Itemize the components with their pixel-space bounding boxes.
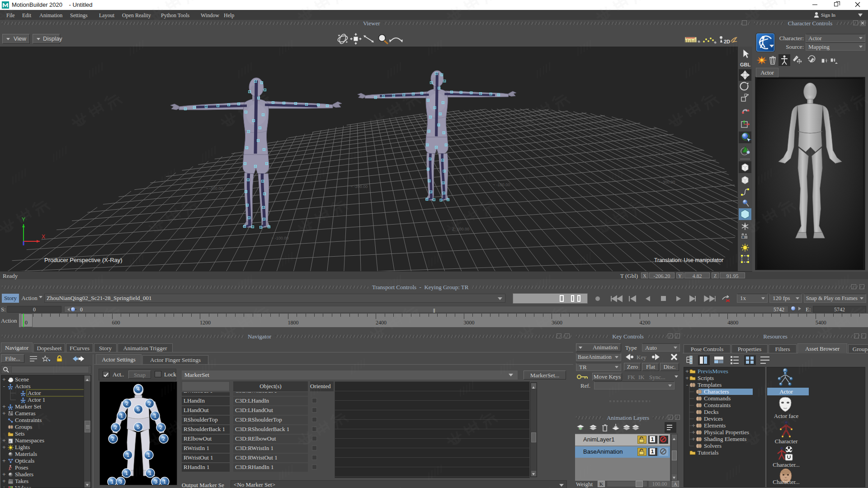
svg-text:Actor face: Actor face — [774, 413, 799, 419]
svg-text:1: 1 — [125, 470, 128, 476]
svg-text:1: 1 — [163, 479, 166, 484]
svg-text:1: 1 — [120, 413, 123, 418]
svg-text:2: 2 — [148, 401, 151, 406]
svg-text:3: 3 — [119, 479, 122, 484]
svg-text:Shaders: Shaders — [15, 471, 33, 478]
svg-text:Solvers: Solvers — [704, 442, 722, 449]
svg-text:Producer Perspective (X-Ray): Producer Perspective (X-Ray) — [44, 257, 123, 263]
svg-text:Translation: Use manipulator: Translation: Use manipulator — [654, 257, 723, 263]
svg-text:PrevisMoves: PrevisMoves — [698, 368, 728, 375]
svg-text:+: + — [685, 368, 689, 375]
svg-text:4: 4 — [137, 386, 140, 392]
svg-text:-: - — [685, 382, 689, 389]
svg-text:~ -100.00: ~ -100.00 — [271, 236, 288, 240]
svg-text:Poses: Poses — [15, 464, 28, 471]
svg-text:+: + — [2, 458, 6, 465]
svg-text:Opticals: Opticals — [15, 457, 34, 464]
svg-text:+: + — [685, 375, 689, 382]
svg-text:Cameras: Cameras — [15, 410, 35, 417]
svg-text:2: 2 — [160, 425, 162, 430]
svg-text:~ -100.00: ~ -100.00 — [493, 183, 510, 187]
svg-text:Actors: Actors — [15, 383, 31, 389]
svg-text:~ -200.00: ~ -200.00 — [350, 184, 368, 189]
svg-text:GBL: GBL — [740, 62, 751, 67]
svg-text:+: + — [2, 376, 6, 383]
svg-text:Devices: Devices — [704, 415, 723, 422]
svg-text:Scene: Scene — [15, 376, 29, 383]
svg-text:Namespaces: Namespaces — [15, 437, 44, 444]
svg-text:Groups: Groups — [15, 423, 32, 430]
svg-text:Scripts: Scripts — [698, 375, 714, 381]
svg-text:Commands: Commands — [704, 395, 731, 402]
svg-text:Templates: Templates — [698, 381, 722, 388]
svg-text:Character: Character — [775, 438, 798, 445]
svg-text:5: 5 — [137, 424, 140, 430]
svg-text:2D: 2D — [724, 39, 730, 44]
svg-text:2: 2 — [162, 436, 165, 441]
svg-text:+: + — [2, 478, 6, 485]
svg-text:+: + — [2, 444, 6, 451]
svg-text:+: + — [2, 404, 6, 410]
svg-text:Tutorials: Tutorials — [698, 449, 718, 456]
svg-text:~ -300.00: ~ -300.00 — [206, 186, 223, 191]
svg-text:Physical Properties: Physical Properties — [704, 429, 749, 436]
svg-text:Y: Y — [22, 216, 25, 223]
svg-text:+: + — [2, 471, 6, 478]
svg-text:1: 1 — [111, 479, 113, 484]
svg-text:1: 1 — [154, 413, 156, 418]
svg-text:Actor 1: Actor 1 — [28, 396, 45, 403]
svg-text:Takes: Takes — [15, 478, 28, 484]
svg-text:2: 2 — [114, 425, 117, 430]
svg-text:Videos: Videos — [15, 484, 31, 488]
svg-text:Materials: Materials — [15, 450, 37, 457]
svg-text:Lights: Lights — [15, 444, 30, 450]
svg-text:Decks: Decks — [704, 408, 719, 415]
svg-text:1: 1 — [147, 452, 150, 458]
svg-text:~ -300.00: ~ -300.00 — [658, 180, 675, 184]
svg-text:Marker Set: Marker Set — [15, 403, 42, 410]
svg-text:Constraints: Constraints — [704, 402, 731, 408]
svg-text:Actor: Actor — [28, 389, 41, 396]
svg-text:5: 5 — [137, 407, 140, 412]
svg-text:1: 1 — [149, 470, 151, 476]
svg-text:X: X — [42, 234, 45, 240]
svg-text:1: 1 — [127, 452, 129, 458]
svg-text:3: 3 — [155, 479, 157, 484]
svg-text:Characters: Characters — [704, 388, 729, 395]
svg-text:Elements: Elements — [704, 422, 726, 429]
svg-text:Z: 100.00: Z: 100.00 — [452, 227, 469, 231]
svg-text:-: - — [2, 383, 6, 390]
svg-text:+: + — [2, 437, 6, 444]
svg-text:Character...: Character... — [773, 461, 800, 468]
svg-text:Sets: Sets — [15, 430, 25, 437]
svg-text:2: 2 — [126, 401, 128, 406]
svg-text:Character...: Character... — [773, 479, 800, 485]
svg-text:2: 2 — [112, 436, 114, 441]
svg-text:Constraints: Constraints — [15, 417, 42, 423]
svg-text:+: + — [2, 410, 6, 417]
svg-text:a: a — [9, 439, 11, 443]
svg-text:+: + — [2, 485, 6, 488]
svg-text:Shading Elements: Shading Elements — [704, 436, 746, 442]
svg-text:Actor: Actor — [779, 388, 793, 395]
